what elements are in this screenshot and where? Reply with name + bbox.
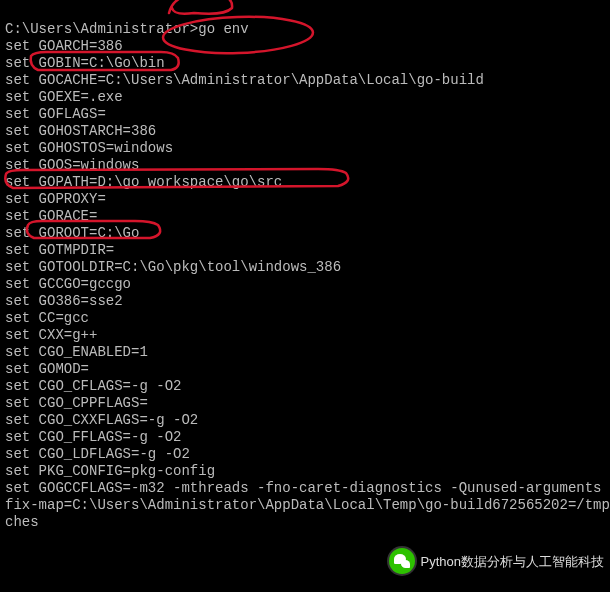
terminal-line: set GOBIN=C:\Go\bin bbox=[5, 55, 605, 72]
terminal-line bbox=[5, 4, 605, 21]
terminal-line: set CGO_LDFLAGS=-g -O2 bbox=[5, 446, 605, 463]
terminal-line: set GOFLAGS= bbox=[5, 106, 605, 123]
terminal-line: set GCCGO=gccgo bbox=[5, 276, 605, 293]
terminal-line: set CGO_CFLAGS=-g -O2 bbox=[5, 378, 605, 395]
terminal-line: set GOHOSTOS=windows bbox=[5, 140, 605, 157]
terminal-line: set GOTMPDIR= bbox=[5, 242, 605, 259]
terminal-line: set GOPATH=D:\go_workspace\go\src bbox=[5, 174, 605, 191]
terminal-line: set GOCACHE=C:\Users\Administrator\AppDa… bbox=[5, 72, 605, 89]
terminal-line: set PKG_CONFIG=pkg-config bbox=[5, 463, 605, 480]
terminal-line: set GOROOT=C:\Go bbox=[5, 225, 605, 242]
terminal-line: set GOOS=windows bbox=[5, 157, 605, 174]
terminal-line: ches bbox=[5, 514, 605, 531]
terminal-line: set GOHOSTARCH=386 bbox=[5, 123, 605, 140]
terminal-line: set CGO_ENABLED=1 bbox=[5, 344, 605, 361]
terminal-line: set GOARCH=386 bbox=[5, 38, 605, 55]
terminal-line: set GOGCCFLAGS=-m32 -mthreads -fno-caret… bbox=[5, 480, 605, 497]
terminal-line: set GOEXE=.exe bbox=[5, 89, 605, 106]
terminal-line: fix-map=C:\Users\Administrator\AppData\L… bbox=[5, 497, 605, 514]
terminal-output: C:\Users\Administrator>go envset GOARCH=… bbox=[5, 4, 605, 531]
terminal-line: set CXX=g++ bbox=[5, 327, 605, 344]
terminal-line: set CGO_CXXFLAGS=-g -O2 bbox=[5, 412, 605, 429]
terminal-line: C:\Users\Administrator>go env bbox=[5, 21, 605, 38]
terminal-line: set CGO_CPPFLAGS= bbox=[5, 395, 605, 412]
terminal-line: set CC=gcc bbox=[5, 310, 605, 327]
terminal-line: set CGO_FFLAGS=-g -O2 bbox=[5, 429, 605, 446]
wechat-icon bbox=[389, 548, 415, 574]
watermark: Python数据分析与人工智能科技 bbox=[389, 548, 604, 574]
terminal-line: set GORACE= bbox=[5, 208, 605, 225]
watermark-text: Python数据分析与人工智能科技 bbox=[421, 553, 604, 570]
terminal-line: set GOPROXY= bbox=[5, 191, 605, 208]
terminal-line: set GOTOOLDIR=C:\Go\pkg\tool\windows_386 bbox=[5, 259, 605, 276]
terminal-line: set GOMOD= bbox=[5, 361, 605, 378]
terminal-line: set GO386=sse2 bbox=[5, 293, 605, 310]
